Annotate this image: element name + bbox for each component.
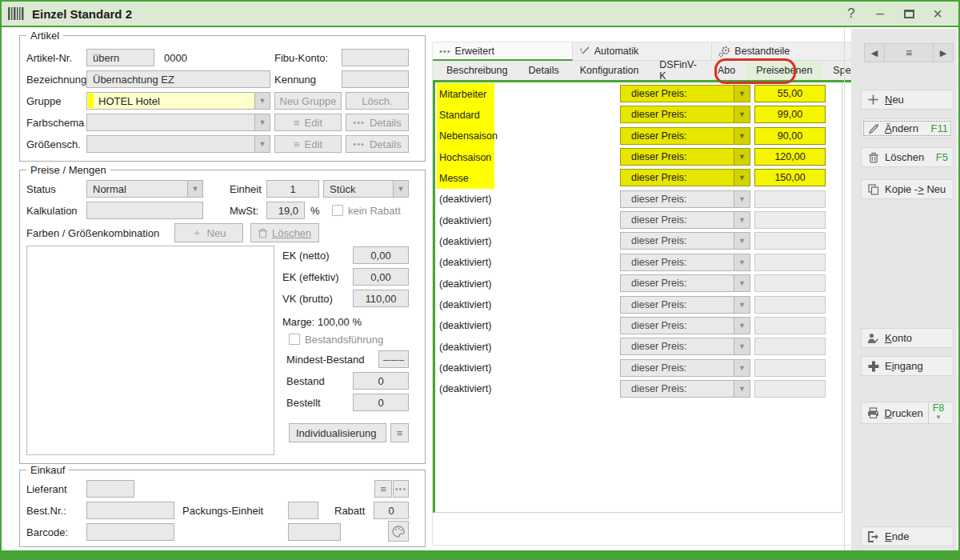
chevron-down-icon[interactable]: ▼: [254, 136, 270, 152]
chevron-down-icon[interactable]: ▼: [187, 181, 202, 197]
price-type-combo[interactable]: dieser Preis:▼: [620, 338, 750, 355]
sidebar-button-kopie-neu[interactable]: Kopie -> Neu: [861, 179, 954, 199]
price-type-combo[interactable]: dieser Preis:▼: [620, 274, 750, 292]
chevron-down-icon[interactable]: ▼: [254, 114, 270, 130]
groessensch-combo[interactable]: ▼: [86, 135, 270, 153]
chevron-down-icon[interactable]: ▼: [734, 106, 750, 122]
close-icon[interactable]: ×: [925, 4, 950, 23]
minimize-icon[interactable]: –: [867, 4, 893, 23]
best-nr-field[interactable]: [86, 502, 174, 519]
price-value-field[interactable]: [754, 211, 826, 229]
mindest-bestand-field[interactable]: --------: [378, 350, 409, 368]
chevron-down-icon[interactable]: ▼: [734, 170, 750, 186]
sidebar-button-drucken[interactable]: DruckenF8▼: [861, 402, 954, 424]
kombination-neu-button[interactable]: ＋Neu: [174, 223, 243, 242]
individualisierung-button[interactable]: Individualisierung: [289, 423, 386, 442]
sidebar-button-neu[interactable]: Neu: [861, 90, 954, 110]
next-record-button[interactable]: ▶: [934, 44, 953, 62]
price-type-combo[interactable]: dieser Preis:▼: [620, 211, 750, 229]
bestand-field[interactable]: 0: [353, 372, 409, 390]
price-type-combo[interactable]: dieser Preis:▼: [620, 190, 750, 208]
chevron-down-icon[interactable]: ▼: [734, 318, 750, 334]
sidebar-button-eingang[interactable]: Eingang: [861, 356, 954, 376]
einheit-unit-combo[interactable]: Stück ▼: [323, 180, 409, 198]
price-type-combo[interactable]: dieser Preis:▼: [620, 232, 750, 250]
price-type-combo[interactable]: dieser Preis:▼: [620, 106, 750, 123]
barcode-extra-field[interactable]: [288, 523, 341, 541]
sidebar-button-ende[interactable]: Ende: [861, 526, 954, 546]
price-value-field[interactable]: [754, 254, 826, 271]
chevron-down-icon[interactable]: ▼: [734, 212, 750, 228]
tab-erweitert[interactable]: ••• Erweitert: [433, 42, 573, 61]
price-type-combo[interactable]: dieser Preis:▼: [620, 317, 750, 334]
maximize-icon[interactable]: [896, 4, 922, 23]
einheit-field[interactable]: 1: [266, 180, 319, 198]
help-icon[interactable]: ?: [838, 4, 864, 23]
price-value-field[interactable]: [754, 359, 826, 377]
bestellt-field[interactable]: 0: [353, 394, 409, 411]
price-type-combo[interactable]: dieser Preis:▼: [620, 254, 750, 271]
sidebar-button-löschen[interactable]: LöschenF5: [861, 147, 954, 167]
sidebar-button-ändern[interactable]: ÄndernF11: [861, 118, 954, 138]
subtab-abo[interactable]: Abo: [707, 61, 746, 80]
price-value-field[interactable]: [754, 296, 826, 314]
lieferant-field[interactable]: [86, 480, 134, 498]
chevron-down-icon[interactable]: ▼: [734, 297, 750, 313]
price-value-field[interactable]: 120,00: [754, 148, 826, 166]
chevron-down-icon[interactable]: ▼: [734, 381, 750, 397]
chevron-down-icon[interactable]: ▼: [734, 233, 750, 249]
farbschema-combo[interactable]: ▼: [86, 114, 270, 131]
price-type-combo[interactable]: dieser Preis:▼: [620, 380, 750, 398]
loesch-gruppe-button[interactable]: Lösch.: [346, 92, 409, 110]
price-value-field[interactable]: [754, 338, 826, 355]
price-value-field[interactable]: 90,00: [754, 127, 826, 145]
groessensch-edit-button[interactable]: ≡Edit: [274, 135, 342, 153]
kennung-field[interactable]: [342, 70, 409, 88]
chevron-down-icon[interactable]: ▼: [254, 93, 270, 109]
neu-gruppe-button[interactable]: Neu Gruppe: [274, 92, 342, 110]
tab-bestandteile[interactable]: Bestandteile: [712, 42, 852, 61]
ek-effektiv-field[interactable]: 0,00: [353, 268, 409, 286]
subtab-dsfinv-k[interactable]: DSFinV-K: [649, 61, 707, 80]
price-value-field[interactable]: [754, 190, 826, 208]
lieferant-menu-button[interactable]: ≡: [374, 480, 392, 498]
sidebar-button-konto[interactable]: Konto: [861, 328, 954, 348]
price-type-combo[interactable]: dieser Preis:▼: [620, 169, 750, 186]
palette-icon-button[interactable]: [388, 521, 409, 542]
farbschema-edit-button[interactable]: ≡Edit: [274, 114, 342, 131]
fibu-konto-field[interactable]: [342, 49, 409, 66]
gruppe-combo[interactable]: HOTEL Hotel ▼: [86, 92, 270, 110]
chevron-down-icon[interactable]: ▼: [734, 191, 750, 207]
subtab-beschreibung[interactable]: Beschreibung: [436, 61, 518, 80]
mwst-field[interactable]: 19,0: [266, 202, 305, 219]
price-value-field[interactable]: 99,00: [754, 106, 826, 123]
chevron-down-icon[interactable]: ▼: [734, 128, 750, 144]
groessensch-details-button[interactable]: •••Details: [346, 135, 409, 153]
price-type-combo[interactable]: dieser Preis:▼: [620, 296, 750, 314]
kombination-list[interactable]: [26, 246, 274, 455]
price-value-field[interactable]: 150,00: [754, 169, 826, 186]
lieferant-details-button[interactable]: •••: [393, 480, 409, 498]
price-type-combo[interactable]: dieser Preis:▼: [620, 359, 750, 377]
kalkulation-field[interactable]: [86, 202, 203, 219]
farbschema-details-button[interactable]: •••Details: [346, 114, 409, 131]
prev-record-button[interactable]: ◀: [865, 44, 884, 62]
price-type-combo[interactable]: dieser Preis:▼: [620, 85, 750, 102]
packungs-einheit-field[interactable]: [288, 502, 318, 519]
chevron-down-icon[interactable]: ▼: [734, 86, 750, 102]
price-value-field[interactable]: [754, 232, 826, 250]
print-menu-split[interactable]: F8▼: [928, 402, 948, 423]
ek-netto-field[interactable]: 0,00: [353, 246, 409, 264]
price-value-field[interactable]: [754, 317, 826, 334]
status-combo[interactable]: Normal ▼: [86, 180, 203, 198]
chevron-down-icon[interactable]: ▼: [393, 181, 408, 197]
subtab-preisebenen[interactable]: Preisebenen: [746, 61, 822, 80]
individualisierung-menu-button[interactable]: ≡: [390, 423, 409, 442]
artikel-nr-field[interactable]: übern: [86, 49, 154, 66]
vk-brutto-field[interactable]: 110,00: [353, 290, 409, 307]
chevron-down-icon[interactable]: ▼: [734, 360, 750, 376]
price-type-combo[interactable]: dieser Preis:▼: [620, 127, 750, 145]
kein-rabatt-checkbox[interactable]: [332, 205, 343, 216]
record-menu-button[interactable]: ≡: [885, 44, 933, 62]
rabatt-field[interactable]: 0: [374, 502, 409, 519]
